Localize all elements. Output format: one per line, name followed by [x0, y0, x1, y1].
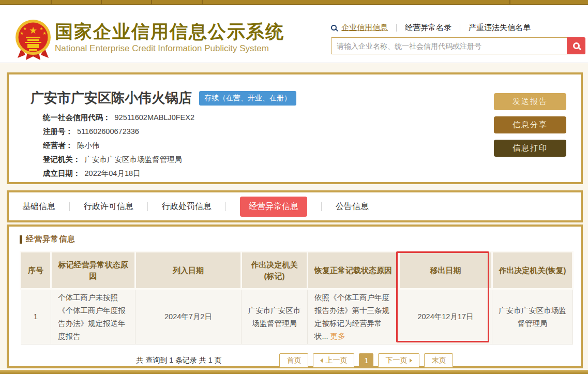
- col-restore-reason: 恢复正常记载状态原因: [308, 252, 399, 289]
- cell-list-date: 2024年7月2日: [135, 289, 242, 345]
- company-info-card: 广安市广安区陈小伟火锅店存续（在营、开业、在册） 统一社会信用代码：925116…: [7, 72, 583, 184]
- status-badge: 存续（在营、开业、在册）: [199, 91, 296, 106]
- divider: [225, 202, 226, 211]
- current-page-button[interactable]: 1: [359, 353, 373, 368]
- svg-text:★: ★: [39, 26, 43, 31]
- share-info-button[interactable]: 信息分享: [494, 116, 566, 133]
- tab-abnormal-operation[interactable]: 经营异常信息: [240, 197, 307, 217]
- more-link[interactable]: 更多: [330, 332, 345, 340]
- company-fields: 统一社会信用代码：92511602MABLJ0FEX2 注册号：51160260…: [43, 111, 194, 181]
- col-mark-authority: 作出决定机关(标记): [242, 252, 308, 289]
- table-row: 1 个体工商户未按照《个体工商户年度报告办法》规定报送年度报告 2024年7月2…: [21, 289, 573, 345]
- cell-mark-reason: 个体工商户未按照《个体工商户年度报告办法》规定报送年度报告: [51, 289, 135, 345]
- prev-page-button[interactable]: 上一页: [313, 353, 354, 368]
- send-report-button[interactable]: 发送报告: [494, 93, 566, 110]
- nav-link-enterprise-credit[interactable]: 企业信用信息: [341, 23, 388, 33]
- tab-bar: 基础信息 行政许可信息 行政处罚信息 经营异常信息 公告信息: [7, 190, 583, 222]
- col-remove-date: 移出日期: [399, 252, 492, 289]
- svg-text:★: ★: [29, 25, 37, 36]
- svg-text:★: ★: [42, 31, 46, 36]
- tab-administrative-penalty[interactable]: 行政处罚信息: [148, 201, 225, 212]
- site-title-cn: 国家企业信用信息公示系统: [55, 21, 284, 42]
- pagination: 共 查询到 1 条记录 共 1 页 首页 上一页 1 下一页 末页: [9, 353, 581, 368]
- next-page-button[interactable]: 下一页: [378, 353, 419, 368]
- field-operator: 经营者：陈小伟: [43, 139, 194, 153]
- section-title: 经营异常信息: [20, 234, 581, 244]
- divider: [460, 24, 460, 32]
- cell-mark-authority: 广安市广安区市场监督管理局: [242, 289, 308, 345]
- first-page-button[interactable]: 首页: [279, 353, 308, 368]
- nav-link-illegal-dishonest-list[interactable]: 严重违法失信名单: [469, 23, 531, 33]
- pagination-buttons: 首页 上一页 1 下一页 末页: [279, 353, 453, 368]
- company-actions: 发送报告 信息分享 信息打印: [494, 93, 566, 163]
- company-name: 广安市广安区陈小伟火锅店存续（在营、开业、在册）: [31, 89, 296, 107]
- svg-text:★: ★: [23, 26, 26, 31]
- col-list-date: 列入日期: [135, 252, 242, 289]
- search-category-links: 企业信用信息 经营异常名录 严重违法失信名单: [331, 23, 585, 33]
- tab-announcement[interactable]: 公告信息: [322, 201, 383, 212]
- svg-text:★: ★: [20, 31, 23, 36]
- search-bar: [331, 37, 585, 54]
- national-emblem-icon: ★ ★ ★ ★ ★: [14, 19, 52, 64]
- top-gold-bar: [0, 0, 588, 5]
- search-button[interactable]: [567, 37, 585, 54]
- record-count-summary: 共 查询到 1 条记录 共 1 页: [137, 356, 222, 365]
- site-header: ★ ★ ★ ★ ★ 国家企业信用信息公示系统 National Enterpri…: [0, 5, 588, 63]
- site-title-en: National Enterprise Credit Information P…: [55, 43, 284, 54]
- col-mark-reason: 标记经营异常状态原因: [51, 252, 135, 289]
- last-page-button[interactable]: 末页: [424, 353, 453, 368]
- col-restore-authority: 作出决定机关(恢复): [492, 252, 573, 289]
- divider: [396, 24, 397, 32]
- search-input[interactable]: [331, 37, 567, 54]
- nav-link-abnormal-list[interactable]: 经营异常名录: [405, 23, 451, 33]
- cell-restore-reason: 依照《个体工商户年度报告办法》第十三条规定被标记为经营异常状... 更多: [308, 289, 399, 345]
- field-registration-authority: 登记机关：广安市广安区市场监督管理局: [43, 153, 194, 167]
- section-marker-icon: [20, 235, 22, 244]
- prev-arrow-icon: [320, 358, 323, 363]
- print-info-button[interactable]: 信息打印: [494, 140, 566, 157]
- footer-gold-bar: [0, 370, 588, 374]
- brand-block: 国家企业信用信息公示系统 National Enterprise Credit …: [55, 21, 284, 54]
- table-header-row: 序号 标记经营异常状态原因 列入日期 作出决定机关(标记) 恢复正常记载状态原因…: [21, 252, 573, 289]
- tab-administrative-license[interactable]: 行政许可信息: [70, 201, 147, 212]
- search-icon: [331, 25, 337, 31]
- abnormal-info-table: 序号 标记经营异常状态原因 列入日期 作出决定机关(标记) 恢复正常记载状态原因…: [20, 251, 572, 345]
- abnormal-info-panel: 经营异常信息 序号 标记经营异常状态原因 列入日期 作出决定机关(标记) 恢复正…: [7, 225, 583, 368]
- next-arrow-icon: [410, 358, 412, 363]
- col-seq: 序号: [21, 252, 51, 289]
- tab-basic-info[interactable]: 基础信息: [22, 201, 69, 212]
- cell-restore-authority: 广安市广安区市场监督管理局: [492, 289, 573, 345]
- cell-remove-date: 2024年12月17日: [399, 289, 492, 345]
- field-registration-no: 注册号：511602600672336: [43, 125, 194, 139]
- search-area: 企业信用信息 经营异常名录 严重违法失信名单: [331, 23, 585, 54]
- cell-seq: 1: [21, 289, 51, 345]
- search-button-icon: [573, 42, 580, 49]
- field-credit-code: 统一社会信用代码：92511602MABLJ0FEX2: [43, 111, 194, 125]
- field-establish-date: 成立日期：2022年04月18日: [43, 167, 194, 181]
